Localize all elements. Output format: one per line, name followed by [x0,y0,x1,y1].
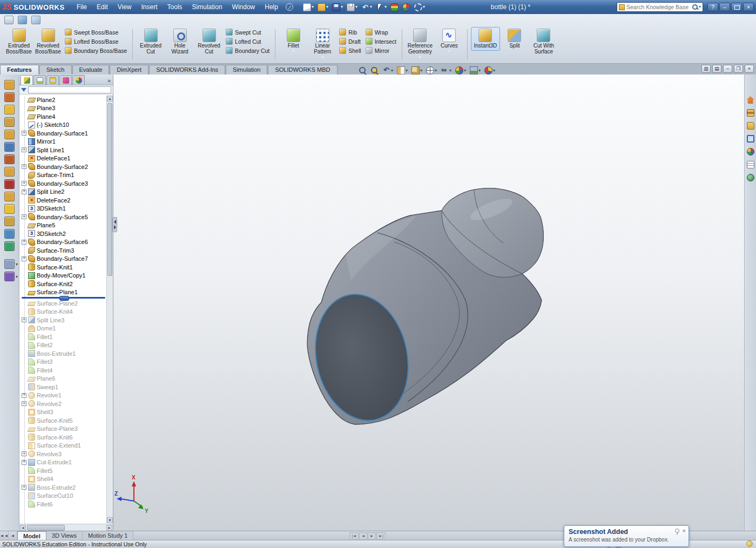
appearances-scenes-tab[interactable] [746,147,755,157]
dropdown-caret-icon[interactable]: ▾ [16,275,18,279]
previous-view-button[interactable]: ▾ [381,66,394,75]
tree-item-plane5[interactable]: Plane5 [22,221,106,230]
section-view-button[interactable]: ▾ [396,66,409,75]
expand-icon[interactable] [22,164,26,169]
linear-pattern-button[interactable]: Linear Pattern▾ [308,27,337,61]
tree-item-body-move-copy1[interactable]: Body-Move/Copy1 [22,272,106,280]
view-tool-icon[interactable] [18,16,27,24]
dropdown-caret-icon[interactable]: ▾ [341,5,343,9]
expand-icon[interactable] [22,147,26,152]
expand-icon[interactable] [22,256,26,261]
tree-item-surface-trim1[interactable]: Surface-Trim1 [22,171,106,180]
tree-filter-input[interactable] [28,86,111,93]
menu-help[interactable]: Help [260,2,282,12]
save-button[interactable]: ▾ [331,3,344,12]
tab-3d-views[interactable]: 3D Views [46,531,83,540]
tree-item-boundary-surface5[interactable]: Boundary-Surface5 [22,213,106,221]
instant3d-button[interactable]: Instant3D [471,27,500,51]
manager-chevron-icon[interactable]: » [107,77,111,85]
panel-splitter[interactable] [112,217,117,232]
dropdown-caret-icon[interactable]: ▾ [406,68,408,73]
menu-view[interactable]: View [113,2,136,12]
lofted-boss-base-button[interactable]: Lofted Boss/Base [63,37,129,45]
tree-item-surface-knit1[interactable]: Surface-Knit1 [22,263,106,272]
close-button[interactable]: × [743,3,754,11]
tree-item-surface-trim3[interactable]: Surface-Trim3 [22,246,106,255]
tree-vertical-scrollbar[interactable]: ▲ ▼ [106,96,113,523]
menu-file[interactable]: File [72,2,91,12]
rib-button[interactable]: Rib [337,28,363,36]
shell-button[interactable]: Shell [337,46,363,55]
options-button[interactable]: ▾ [413,3,426,12]
dropdown-caret-icon[interactable]: ▾ [493,68,495,73]
left-tool-14-button[interactable] [4,241,15,251]
dropdown-caret-icon[interactable]: ▾ [464,68,466,73]
featuremanager-tab[interactable] [21,75,33,85]
dropdown-caret-icon[interactable]: ▾ [384,5,387,9]
dropdown-caret-icon[interactable]: ▾ [16,262,18,267]
tree-item-surface-plane3[interactable]: Surface-Plane3 [22,425,106,434]
tab-nav-1-button[interactable]: ◄◄ [0,531,9,540]
dropdown-caret-icon[interactable]: ▾ [448,49,450,53]
tree-item-plane4[interactable]: Plane4 [22,112,106,121]
edit-appearance-button[interactable]: ▾ [454,66,467,75]
document-recovery-tab[interactable] [746,173,755,182]
left-tool-3-button[interactable] [4,105,15,114]
custom-properties-tab[interactable] [746,160,755,170]
tree-item-boss-extrude1[interactable]: Boss-Extrude1 [22,349,106,358]
dropdown-caret-icon[interactable]: ▾ [423,5,425,9]
left-tool-11-button[interactable] [4,204,15,214]
tree-item-shell4[interactable]: Shell4 [22,475,106,484]
tab-simulation[interactable]: Simulation [226,65,267,75]
tree-item-plane2[interactable]: Plane2 [22,96,106,104]
swept-cut-button[interactable]: Swept Cut [224,28,272,36]
tree-item-surface-knit6[interactable]: Surface-Knit6 [22,433,106,442]
tree-item-cut-extrude1[interactable]: Cut-Extrude1 [22,458,106,467]
file-explorer-tab[interactable] [746,121,755,131]
dropdown-caret-icon[interactable]: ▾ [435,68,437,73]
dropdown-caret-icon[interactable]: ▾ [355,5,357,9]
left-tool-4-button[interactable] [4,117,15,127]
tab-dimxpert[interactable]: DimXpert [110,65,148,75]
pin-icon[interactable] [675,529,679,533]
dropdown-caret-icon[interactable]: ▾ [370,5,372,9]
tab-splitter-2-button[interactable]: ◄ [359,532,367,539]
tree-vscroll-thumb[interactable] [107,103,112,276]
rollback-bar[interactable] [22,297,105,299]
expand-icon[interactable] [22,131,26,136]
tree-item-plane6[interactable]: Plane6 [22,375,106,383]
scroll-right-icon[interactable]: ► [106,525,112,531]
reference-geometry-button[interactable]: Reference Geometry▾ [406,27,435,61]
left-tool-7-button[interactable] [4,154,15,164]
boundary-cut-button[interactable]: Boundary Cut [224,46,272,55]
tree-item-surface-knit4[interactable]: Surface-Knit4 [22,308,106,316]
status-alert-icon[interactable] [746,540,753,547]
tab-splitter-1-button[interactable]: |◄ [349,532,359,539]
search-input[interactable] [626,4,691,10]
zoom-to-area-button[interactable] [369,66,380,75]
design-library-tab[interactable] [746,108,755,118]
search-caret-icon[interactable]: ▾ [699,5,701,9]
tree-item-surface-plane2[interactable]: Surface-Plane2 [22,299,106,308]
tree-item-boundary-surface1[interactable]: Boundary-Surface1 [22,129,106,138]
tree-item-boundary-surface3[interactable]: Boundary-Surface3 [22,179,106,188]
menu-simulation[interactable]: Simulation [188,2,227,12]
dropdown-caret-icon[interactable]: ▾ [312,5,314,9]
search-icon[interactable] [692,4,698,10]
tree-item-sweep1[interactable]: Sweep1 [22,383,106,391]
scroll-down-icon[interactable]: ▼ [107,517,113,523]
tree-item-surfacecut10[interactable]: SurfaceCut10 [22,492,106,500]
tree-item-split-line1[interactable]: Split Line1 [22,146,106,154]
left-tool-13-button[interactable] [4,229,15,239]
sketch-tool-icon[interactable] [4,16,14,24]
tab-motion-study-1[interactable]: Motion Study 1 [83,531,133,540]
tree-item-fillet3[interactable]: Fillet3 [22,358,106,367]
expand-icon[interactable] [22,214,26,219]
tree-item-shell3[interactable]: Shell3 [22,408,106,417]
expand-icon[interactable] [22,190,26,194]
plane-tool-icon[interactable] [31,16,40,24]
draft-button[interactable]: Draft [337,37,363,45]
tree-item-fillet1[interactable]: Fillet1 [22,333,106,341]
left-tool-9-button[interactable] [4,179,15,189]
zoom-to-fit-button[interactable] [357,66,368,75]
